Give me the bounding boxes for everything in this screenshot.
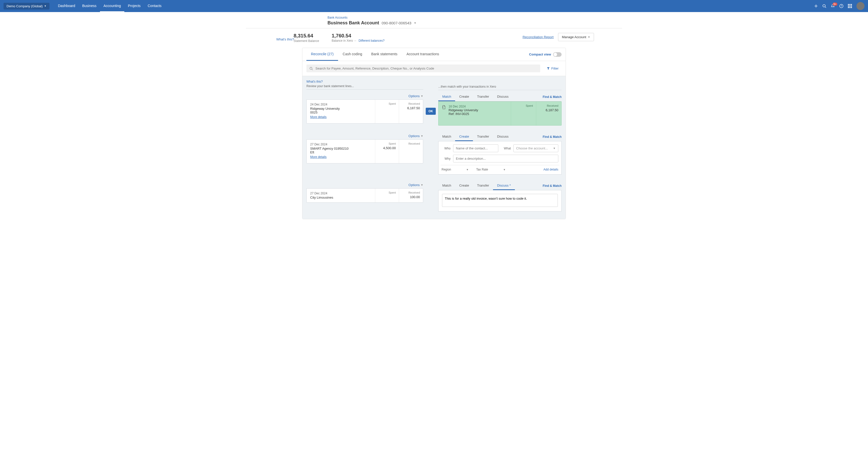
search-row: Filter [302, 61, 566, 76]
spent-value: 4,500.00 [378, 146, 396, 150]
company-selector[interactable]: Demo Company (Global) ▼ [3, 3, 50, 9]
stmt-ref: Eft [310, 151, 371, 154]
options-button[interactable]: Options ▼ [408, 134, 423, 138]
chevron-down-icon: ▼ [421, 184, 423, 186]
chevron-down-icon: ▼ [421, 95, 423, 97]
what-select[interactable]: Choose the account... ▼ [514, 144, 558, 152]
add-details-link[interactable]: Add details [544, 168, 558, 171]
received-header: Received [402, 142, 420, 145]
tab-cash-coding[interactable]: Cash coding [338, 48, 367, 61]
search-icon[interactable] [822, 4, 826, 8]
whats-this-link[interactable]: What's this? [276, 37, 294, 41]
xero-balance-block: 1,760.54 Balance in Xero – Different bal… [332, 33, 384, 42]
page-header: Bank Accounts Business Bank Account 090-… [246, 12, 622, 28]
tab-bank-statements[interactable]: Bank statements [367, 48, 402, 61]
ok-button[interactable]: OK [426, 108, 436, 115]
rtab-discuss[interactable]: Discuss * [493, 182, 515, 190]
search-icon [309, 67, 313, 70]
whats-this-link[interactable]: What's this? [306, 80, 323, 84]
avatar[interactable] [857, 2, 865, 10]
stmt-date: 24 Dec 2024 [310, 103, 371, 106]
manage-account-button[interactable]: Manage Account ▼ [558, 33, 594, 41]
reconciliation-report-link[interactable]: Reconciliation Report [523, 35, 554, 39]
rtab-transfer[interactable]: Transfer [473, 133, 493, 141]
spent-header: Spent [378, 102, 396, 105]
tab-account-transactions[interactable]: Account transactions [402, 48, 443, 61]
main-tabs: Reconcile (27) Cash coding Bank statemen… [302, 48, 566, 61]
compact-view-label: Compact view [529, 53, 551, 56]
create-panel: Who What Choose the account... ▼ Why [438, 141, 562, 174]
compact-view-toggle: Compact view [529, 52, 562, 57]
nav-right: 9+ ? [814, 2, 865, 10]
nav-dashboard[interactable]: Dashboard [55, 0, 79, 12]
nav-links: Dashboard Business Accounting Projects C… [55, 0, 165, 12]
rtab-create[interactable]: Create [455, 93, 473, 101]
received-header: Received [539, 104, 558, 107]
options-button[interactable]: Options ▼ [408, 94, 423, 98]
different-balances-link[interactable]: Different balances? [359, 39, 384, 42]
discuss-textarea[interactable] [442, 194, 558, 207]
content-box: Reconcile (27) Cash coding Bank statemen… [302, 48, 566, 219]
what-label: What [501, 147, 511, 150]
rtab-match[interactable]: Match [438, 133, 455, 141]
more-details-link[interactable]: More details [310, 115, 327, 119]
statement-line: 27 Dec 2024 SMART Agency 01950210 Eft Mo… [306, 139, 423, 163]
svg-point-0 [823, 4, 825, 7]
company-name: Demo Company (Global) [6, 4, 43, 8]
notifications-icon[interactable]: 9+ [831, 4, 835, 8]
options-button[interactable]: Options ▼ [408, 183, 423, 187]
document-icon [442, 105, 446, 122]
help-icon[interactable]: ? [839, 4, 843, 8]
rtab-create[interactable]: Create [455, 133, 473, 141]
match-tabs: Match Create Transfer Discuss Find & Mat… [438, 133, 562, 141]
chevron-down-icon: ▼ [553, 147, 556, 150]
why-input[interactable] [453, 155, 558, 162]
who-input[interactable] [453, 144, 498, 152]
stmt-ref: 0025 [310, 110, 371, 114]
filter-icon [547, 67, 550, 70]
apps-icon[interactable] [848, 4, 852, 8]
match-payee: Ridgeway University [448, 108, 478, 112]
region-select[interactable]: Region ▼ [441, 168, 469, 171]
rtab-transfer[interactable]: Transfer [473, 182, 493, 190]
statement-balance-block: 8,315.64 Statement Balance [293, 33, 319, 43]
svg-point-3 [310, 67, 312, 69]
spent-header: Spent [378, 191, 396, 194]
nav-contacts[interactable]: Contacts [144, 0, 165, 12]
nav-business[interactable]: Business [79, 0, 100, 12]
stmt-date: 27 Dec 2024 [310, 192, 371, 195]
rtab-discuss[interactable]: Discuss [493, 133, 513, 141]
matched-transaction[interactable]: 16 Dec 2024 Ridgeway University Ref: INV… [438, 101, 562, 126]
rtab-transfer[interactable]: Transfer [473, 93, 493, 101]
discuss-panel [438, 190, 562, 212]
received-value: 100.00 [402, 195, 420, 199]
rtab-match[interactable]: Match [438, 93, 455, 101]
statement-line: 27 Dec 2024 City Limousines Spent Receiv… [306, 188, 423, 203]
nav-projects[interactable]: Projects [124, 0, 144, 12]
chevron-down-icon: ▼ [421, 135, 423, 137]
add-icon[interactable] [814, 4, 818, 8]
rtab-match[interactable]: Match [438, 182, 455, 190]
spent-header: Spent [378, 142, 396, 145]
find-match-link[interactable]: Find & Match [543, 95, 562, 99]
search-input[interactable] [315, 67, 537, 70]
find-match-link[interactable]: Find & Match [543, 184, 562, 188]
find-match-link[interactable]: Find & Match [543, 135, 562, 139]
more-details-link[interactable]: More details [310, 155, 327, 159]
chevron-down-icon: ▼ [44, 5, 46, 7]
chevron-down-icon[interactable]: ▼ [414, 22, 416, 24]
chevron-down-icon: ▼ [466, 168, 469, 171]
filter-button[interactable]: Filter [544, 65, 562, 72]
tab-reconcile[interactable]: Reconcile (27) [306, 48, 338, 61]
rtab-discuss[interactable]: Discuss [493, 93, 513, 101]
why-label: Why [441, 157, 451, 160]
tax-rate-select[interactable]: Tax Rate ▼ [476, 168, 505, 171]
compact-toggle[interactable] [553, 52, 562, 57]
nav-accounting[interactable]: Accounting [100, 0, 124, 12]
notification-badge: 9+ [833, 2, 837, 6]
chevron-down-icon: ▼ [503, 168, 505, 171]
breadcrumb[interactable]: Bank Accounts [328, 16, 347, 19]
xero-balance-amount: 1,760.54 [332, 33, 384, 39]
match-received-value: 6,187.50 [539, 108, 558, 112]
rtab-create[interactable]: Create [455, 182, 473, 190]
